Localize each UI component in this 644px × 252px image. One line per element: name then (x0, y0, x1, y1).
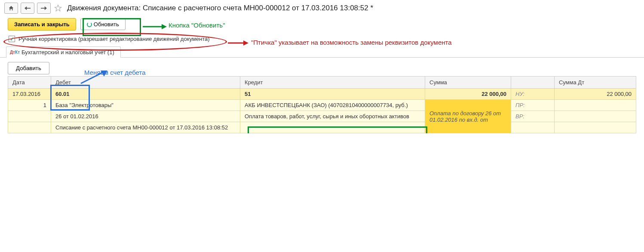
cell-date[interactable]: 17.03.2016 (8, 89, 51, 100)
cell-empty (240, 122, 425, 133)
manual-edit-label: Ручная корректировка (разрешает редактир… (18, 36, 210, 42)
tabs-row: ДтКт Бухгалтерский и налоговый учет (1) (0, 46, 644, 58)
cell-empty (554, 111, 636, 122)
tab-accounting-label: Бухгалтерский и налоговый учет (1) (21, 49, 114, 55)
page-title: Движения документа: Списание с расчетног… (67, 4, 373, 12)
cell-sum[interactable]: 22 000,00 (425, 89, 511, 100)
movements-table[interactable]: Дата Дебет Кредит Сумма Сумма Дт 17.03.2… (8, 76, 636, 133)
refresh-button[interactable]: Обновить (80, 18, 126, 30)
favorite-star-icon[interactable] (53, 3, 63, 13)
cell-debit-sub2[interactable]: 26 от 01.02.2016 (51, 111, 240, 122)
add-button[interactable]: Добавить (8, 62, 49, 74)
cell-payment-desc[interactable]: Оплата по договору 26 от 01.02.2016 по в… (425, 100, 511, 133)
cell-debit-account[interactable]: 60.01 (51, 89, 240, 100)
header-row: Движения документа: Списание с расчетног… (0, 0, 644, 16)
col-sum[interactable]: Сумма (425, 77, 511, 89)
home-icon (8, 5, 14, 11)
col-tax-type[interactable] (511, 77, 555, 89)
manual-edit-checkbox[interactable]: ✓ (9, 36, 15, 42)
cell-credit-account[interactable]: 51 (240, 89, 425, 100)
arrow-left-icon (25, 6, 31, 10)
cell-empty (554, 100, 636, 111)
col-credit[interactable]: Кредит (240, 77, 425, 89)
table-row[interactable]: 1 База "Электротовары" АКБ ИНВЕСТСПЕЦБАН… (8, 100, 636, 111)
refresh-label: Обновить (94, 21, 119, 28)
table-row[interactable]: Списание с расчетного счета МН00-000012 … (8, 122, 636, 133)
cell-empty (8, 111, 51, 122)
cell-debit-sub3[interactable]: Списание с расчетного счета МН00-000012 … (51, 122, 240, 133)
cell-debit-sub1[interactable]: База "Электротовары" (51, 100, 240, 111)
cell-credit-sub2[interactable]: Оплата товаров, работ, услуг, сырья и ин… (240, 111, 425, 122)
table-header-row: Дата Дебет Кредит Сумма Сумма Дт (8, 77, 636, 89)
cell-empty (511, 122, 555, 133)
cell-sum-dt[interactable]: 22 000,00 (554, 89, 636, 100)
grid-toolbar: Добавить (0, 58, 644, 76)
home-button[interactable] (4, 3, 18, 14)
table-row[interactable]: 26 от 01.02.2016 Оплата товаров, работ, … (8, 111, 636, 122)
dt-kt-icon: ДтКт (10, 50, 20, 55)
cell-empty (8, 122, 51, 133)
cell-rownum: 1 (8, 100, 51, 111)
col-sumdt[interactable]: Сумма Дт (554, 77, 636, 89)
back-button[interactable] (21, 3, 34, 14)
cell-nu-label: НУ: (511, 89, 555, 100)
forward-button[interactable] (37, 3, 51, 14)
save-close-button[interactable]: Записать и закрыть (8, 18, 76, 31)
col-date[interactable]: Дата (8, 77, 51, 89)
cell-credit-sub1[interactable]: АКБ ИНВЕСТСПЕЦБАНК (ЗАО) (40702810400000… (240, 100, 425, 111)
grid-container: Дата Дебет Кредит Сумма Сумма Дт 17.03.2… (0, 76, 644, 133)
refresh-icon (87, 22, 92, 27)
col-debit[interactable]: Дебет (51, 77, 240, 89)
arrow-right-icon (41, 6, 47, 10)
cell-pr-label: ПР: (511, 100, 555, 111)
tab-accounting[interactable]: ДтКт Бухгалтерский и налоговый учет (1) (6, 46, 121, 58)
cell-empty (554, 122, 636, 133)
table-row[interactable]: 17.03.2016 60.01 51 22 000,00 НУ: 22 000… (8, 89, 636, 100)
toolbar: Записать и закрыть Обновить (0, 16, 644, 33)
manual-edit-row: ✓ Ручная корректировка (разрешает редакт… (0, 33, 644, 46)
cell-vr-label: ВР: (511, 111, 555, 122)
